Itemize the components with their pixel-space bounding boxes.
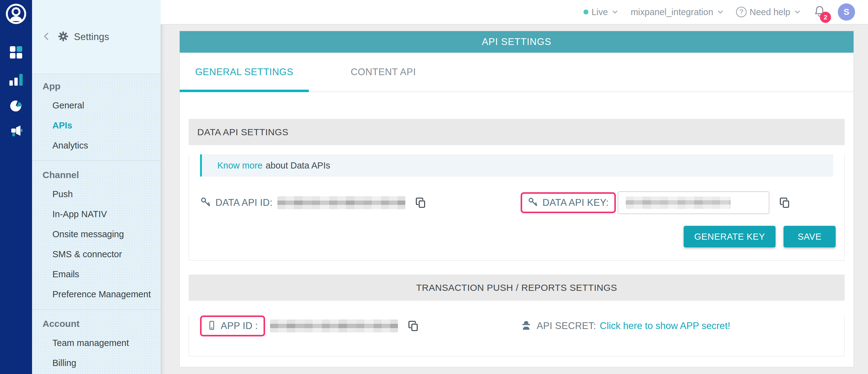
copy-icon [414,197,427,209]
live-status-dot [584,9,588,14]
sidebar-item-push[interactable]: Push [32,184,161,204]
redacted-data-api-key-value [626,197,731,209]
section-header-app: App [32,77,161,96]
tab-bar: GENERAL SETTINGS CONTENT API [180,53,854,92]
copy-icon [407,320,420,332]
key-icon [528,197,538,209]
app-id-group: APP ID : [200,315,521,336]
data-api-key-group: DATA API KEY: [521,191,791,214]
page-title: API SETTINGS [180,31,854,53]
settings-nav: App General APIs Analytics Channel Push … [32,74,161,374]
sidebar-divider [32,161,161,161]
need-help-menu[interactable]: ? Need help [736,7,801,17]
sidebar-item-sms-connector[interactable]: SMS & connector [32,244,161,264]
api-secret-group: API SECRET: Click here to show APP secre… [521,320,730,332]
redacted-data-api-id-value [277,196,405,209]
environment-dropdown[interactable]: Live [584,7,619,17]
sidebar-item-inapp-nativ[interactable]: In-App NATIV [32,204,161,224]
secret-spy-icon [521,320,532,332]
topbar: Live mixpanel_integration ? Need help 2 … [161,0,868,25]
person-logo-icon [6,4,26,24]
tab-content-api[interactable]: CONTENT API [335,53,432,92]
data-api-panel: Know more about Data APIs DATA API ID: [189,154,844,261]
show-app-secret-link[interactable]: Click here to show APP secret! [600,320,730,332]
sidebar-item-analytics[interactable]: Analytics [32,136,161,156]
key-icon [200,197,211,209]
segments-pie-icon[interactable] [9,99,23,113]
modules-grid-icon[interactable] [10,46,22,59]
section-header-channel: Channel [32,166,161,184]
info-banner: Know more about Data APIs [200,154,833,176]
notification-count-badge: 2 [820,12,831,23]
data-api-key-label: DATA API KEY: [542,197,609,208]
data-api-key-highlight-box: DATA API KEY: [521,192,616,213]
help-icon: ? [736,7,747,17]
data-api-row: DATA API ID: [200,191,833,214]
data-api-id-label: DATA API ID: [215,197,273,208]
icon-rail [0,0,32,374]
data-api-key-input[interactable] [618,191,769,214]
settings-sidebar: Settings App General APIs Analytics Chan… [32,0,161,374]
sidebar-item-onsite-messaging[interactable]: Onsite messaging [32,224,161,244]
analytics-bars-icon[interactable] [9,74,23,86]
sidebar-divider [32,309,161,310]
phone-icon [207,320,216,332]
brand-logo[interactable] [6,4,26,25]
campaigns-megaphone-icon[interactable] [9,125,23,139]
user-avatar[interactable]: S [838,3,855,21]
sidebar-item-team-management[interactable]: Team management [32,333,161,353]
section-header-account: Account [32,314,161,333]
data-api-section-header: DATA API SETTINGS [189,119,844,145]
project-dropdown[interactable]: mixpanel_integration [631,7,724,17]
app-id-highlight-box: APP ID : [200,315,265,336]
chevron-down-icon [794,8,801,16]
main-area: API SETTINGS GENERAL SETTINGS CONTENT AP… [161,25,868,374]
sidebar-title: Settings [74,31,109,42]
sidebar-item-general[interactable]: General [32,96,161,115]
sidebar-item-emails[interactable]: Emails [32,264,161,284]
sidebar-item-billing[interactable]: Billing [32,353,161,373]
app-id-label: APP ID : [221,320,258,332]
transaction-row: APP ID : [200,315,833,336]
sidebar-item-preference-management[interactable]: Preference Management [32,284,161,304]
notifications-button[interactable]: 2 [813,5,826,19]
back-chevron-icon[interactable] [42,32,51,42]
copy-data-api-key-button[interactable] [779,197,791,209]
transaction-section-header: TRANSACTION PUSH / REPORTS SETTINGS [189,274,844,301]
settings-sidebar-header: Settings [32,0,161,74]
gear-icon [58,31,68,43]
info-banner-text: about Data APIs [266,161,331,171]
chevron-down-icon [611,8,619,16]
know-more-link[interactable]: Know more [217,161,262,171]
chevron-down-icon [716,8,724,16]
project-name: mixpanel_integration [631,7,713,17]
data-api-actions: GENERATE KEY SAVE [189,226,836,247]
api-secret-label: API SECRET: [537,320,596,332]
save-button[interactable]: SAVE [783,226,836,247]
copy-icon [779,197,791,209]
copy-data-api-id-button[interactable] [414,197,427,209]
data-api-id-group: DATA API ID: [200,196,521,209]
tab-general-settings[interactable]: GENERAL SETTINGS [180,53,309,92]
api-settings-card: API SETTINGS GENERAL SETTINGS CONTENT AP… [179,31,854,367]
card-content: DATA API SETTINGS Know more about Data A… [180,119,854,356]
generate-key-button[interactable]: GENERATE KEY [684,226,775,247]
environment-label: Live [591,7,608,17]
sidebar-item-apis[interactable]: APIs [32,115,161,136]
transaction-panel: APP ID : [189,315,844,356]
need-help-label: Need help [750,7,790,17]
redacted-app-id-value [270,319,398,332]
copy-app-id-button[interactable] [407,320,420,332]
